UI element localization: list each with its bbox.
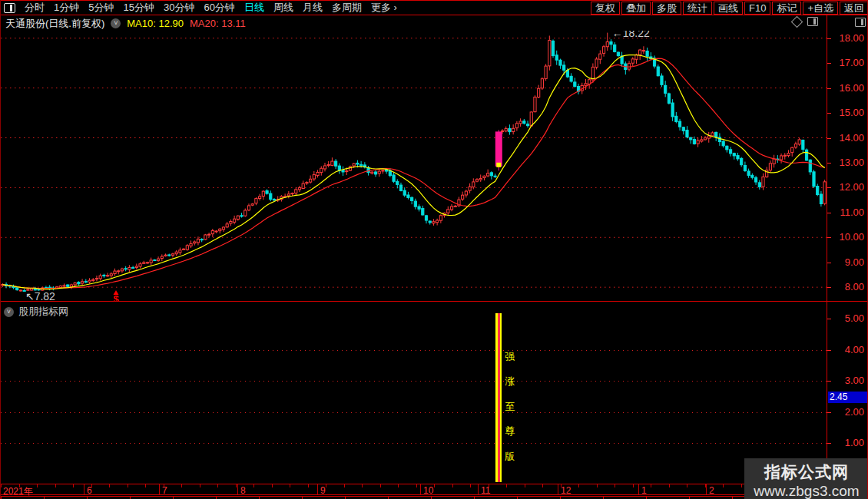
gridline — [1, 443, 827, 444]
candlestick-svg: ←18.22↖7.82$ — [1, 31, 827, 301]
month-separator — [706, 484, 707, 494]
tool-button[interactable]: 统计 — [683, 2, 712, 15]
tool-button[interactable]: 多股 — [652, 2, 681, 15]
signal-text-char: 涨 — [505, 376, 515, 386]
axis-tick — [827, 443, 831, 444]
tool-button[interactable]: F10 — [744, 2, 770, 15]
price-tick-label: 11.00 — [840, 207, 864, 218]
price-tick-label: 13.00 — [839, 157, 864, 168]
axis-tick — [827, 88, 831, 89]
chevron-down-icon[interactable]: ˅ — [111, 18, 121, 28]
indicator-tick-label: 3.00 — [845, 375, 864, 386]
month-separator — [159, 484, 160, 494]
axis-tick — [827, 38, 831, 39]
window-layout-icon[interactable] — [4, 3, 15, 13]
time-axis: 2021年678910111212 — [1, 484, 827, 495]
indicator-tick-label: 2.00 — [845, 407, 864, 418]
price-axis: 18.0017.0016.0015.0014.0013.0012.0011.00… — [827, 15, 868, 495]
price-tick-label: 9.00 — [845, 257, 864, 268]
period-button[interactable]: 5分钟 — [84, 1, 118, 15]
split-window-icon[interactable] — [807, 17, 818, 26]
clipped-status-row — [1, 496, 868, 499]
period-button[interactable]: 60分钟 — [199, 1, 239, 15]
ma10-value: MA10: 12.90 — [127, 18, 184, 29]
axis-tick — [827, 319, 831, 319]
period-button[interactable]: 多周期 — [327, 1, 366, 15]
indicator-tick-label: 4.00 — [845, 345, 864, 355]
axis-tick — [827, 187, 831, 188]
period-button[interactable]: 日线 — [240, 1, 269, 15]
tool-button[interactable]: +自选 — [803, 2, 838, 15]
tool-button[interactable]: 返回 — [840, 2, 868, 15]
month-label: 10 — [423, 485, 433, 496]
panel-divider[interactable] — [1, 301, 868, 302]
tool-button[interactable]: 叠加 — [621, 2, 651, 15]
axis-tick — [827, 63, 831, 64]
gridline — [1, 350, 827, 351]
axis-tick — [827, 263, 831, 263]
price-tick-label: 15.00 — [839, 107, 864, 118]
price-tick-label: 12.00 — [839, 182, 864, 193]
period-button[interactable]: 1分钟 — [49, 1, 84, 15]
chart-header: 天通股份(日线.前复权) ˅ MA10: 12.90 MA20: 13.11 — [1, 16, 826, 31]
period-toolbar: 分时1分钟5分钟15分钟30分钟60分钟日线周线月线多周期更多 › — [20, 1, 402, 15]
month-separator — [638, 484, 639, 494]
tool-button[interactable]: 复权 — [591, 2, 620, 15]
price-tick-label: 17.00 — [839, 58, 864, 68]
tools-toolbar: 复权叠加多股统计画线F10标记+自选返回 — [589, 1, 868, 15]
month-label: 2 — [709, 485, 714, 496]
axis-tick — [827, 287, 831, 288]
site-watermark: 指标公式网 www.zbgs3.com — [744, 458, 868, 499]
signal-vertical-bar — [495, 313, 502, 482]
header-corner-icons — [793, 17, 818, 26]
month-label: 8 — [240, 485, 246, 496]
main-candlestick-chart[interactable]: ←18.22↖7.82$ — [1, 31, 827, 301]
stock-app-window: 分时1分钟5分钟15分钟30分钟60分钟日线周线月线多周期更多 › 复权叠加多股… — [0, 0, 868, 499]
axis-tick — [827, 350, 831, 351]
axis-tick — [827, 138, 831, 139]
month-label: 6 — [87, 485, 92, 496]
svg-text:$: $ — [113, 293, 119, 301]
watermark-url: www.zbgs3.com — [744, 483, 868, 499]
indicator-panel[interactable]: ˅ 股朋指标网 强涨至尊版 — [1, 302, 827, 484]
axis-tick — [827, 381, 831, 382]
month-separator — [478, 484, 479, 494]
top-toolbar: 分时1分钟5分钟15分钟30分钟60分钟日线周线月线多周期更多 › 复权叠加多股… — [1, 0, 868, 15]
period-button[interactable]: 分时 — [20, 1, 49, 15]
price-tick-label: 14.00 — [839, 133, 864, 144]
month-separator — [558, 484, 558, 494]
signal-text-char: 尊 — [505, 426, 515, 436]
indicator-title: 股朋指标网 — [18, 305, 68, 319]
period-button[interactable]: 更多 › — [366, 1, 402, 15]
month-label: 7 — [162, 485, 167, 496]
period-button[interactable]: 30分钟 — [159, 1, 199, 15]
signal-text-char: 强 — [505, 352, 515, 362]
axis-tick — [827, 113, 831, 114]
month-separator — [317, 484, 318, 494]
tool-button[interactable]: 画线 — [714, 2, 743, 15]
month-separator — [420, 484, 421, 494]
month-separator — [237, 484, 238, 494]
gridline — [1, 381, 827, 382]
month-label: 12 — [561, 485, 571, 496]
ma20-value: MA20: 13.11 — [190, 18, 246, 29]
stock-title: 天通股份(日线.前复权) — [5, 17, 104, 31]
svg-text:←18.22: ←18.22 — [612, 31, 650, 39]
price-tick-label: 18.00 — [839, 33, 864, 44]
period-button[interactable]: 月线 — [298, 1, 327, 15]
time-axis-ticks — [1, 484, 827, 487]
indicator-tick-label: 1.00 — [845, 438, 864, 448]
price-tick-label: 10.00 — [839, 232, 864, 243]
diamond-icon[interactable] — [791, 15, 803, 28]
axis-tick — [827, 412, 831, 413]
chevron-down-icon[interactable]: ˅ — [4, 307, 14, 317]
axis-tick — [827, 163, 831, 164]
svg-text:↖7.82: ↖7.82 — [25, 290, 55, 301]
period-button[interactable]: 15分钟 — [118, 1, 158, 15]
tool-button[interactable]: 标记 — [772, 2, 801, 15]
axis-tick — [827, 237, 831, 238]
watermark-title: 指标公式网 — [744, 461, 868, 483]
period-button[interactable]: 周线 — [269, 1, 298, 15]
gridline — [1, 412, 827, 413]
month-label: 9 — [320, 485, 326, 496]
